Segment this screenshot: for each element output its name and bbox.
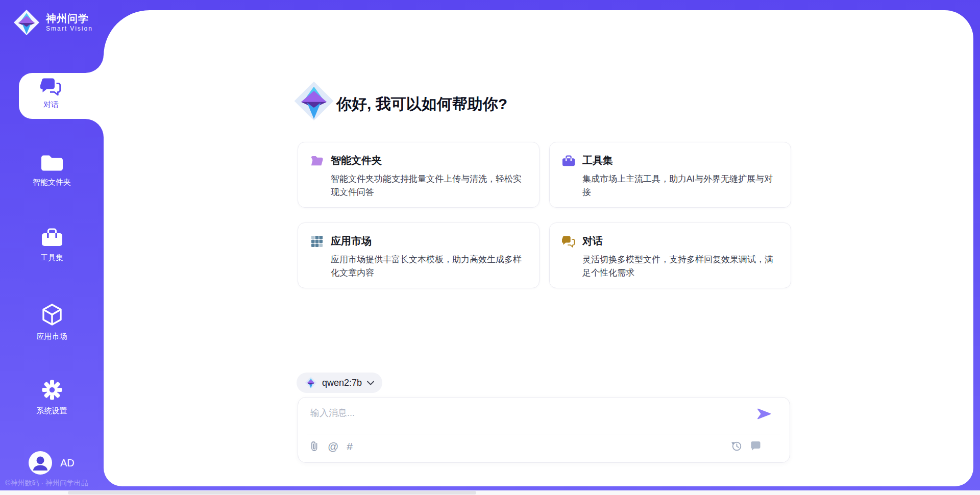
message-input[interactable] — [309, 406, 750, 430]
avatar — [29, 451, 52, 475]
cube-icon — [41, 303, 63, 327]
brand-subtitle: Smart Vision — [46, 26, 93, 32]
card-title: 应用市场 — [331, 234, 372, 248]
sidebar-item-label: 应用市场 — [37, 332, 67, 341]
brand-name: 神州问学 — [46, 13, 93, 24]
composer-tools-left: @ # — [309, 440, 353, 452]
brand-logo: 神州问学 Smart Vision — [13, 9, 93, 36]
feature-cards: 智能文件夹 智能文件夹功能支持批量文件上传与清洗，轻松实现文件问答 工具集 集成… — [298, 142, 791, 288]
user-account[interactable]: AD — [29, 451, 75, 475]
horizontal-scrollbar-thumb[interactable] — [68, 491, 476, 494]
copyright-footer: ©神州数码 · 神州问学出品 — [5, 479, 102, 488]
active-tab-fillet-bottom — [85, 119, 104, 137]
greeting-title: 你好, 我可以如何帮助你? — [336, 94, 507, 115]
diamond-logo-icon — [13, 9, 40, 36]
composer-tools-right — [731, 440, 761, 452]
folder-open-icon — [310, 155, 324, 167]
toolbox-icon — [41, 228, 63, 248]
mention-icon[interactable]: @ — [328, 441, 338, 452]
user-name: AD — [60, 457, 75, 469]
sidebar-item-toolbox[interactable]: 工具集 — [0, 228, 104, 263]
sidebar-item-label: 对话 — [43, 100, 59, 110]
sidebar: 神州问学 Smart Vision 对话 智能文件夹 — [0, 0, 104, 495]
horizontal-scrollbar — [0, 490, 980, 495]
card-title: 工具集 — [582, 154, 613, 167]
sidebar-item-app-market[interactable]: 应用市场 — [0, 303, 104, 341]
composer-divider — [307, 434, 780, 434]
card-toolbox[interactable]: 工具集 集成市场上主流工具，助力AI与外界无缝扩展与对接 — [549, 142, 791, 208]
chat-icon — [40, 77, 62, 97]
comment-icon[interactable] — [750, 441, 761, 451]
chat-icon — [562, 235, 575, 247]
message-composer: @ # — [298, 397, 790, 463]
history-icon[interactable] — [731, 440, 742, 452]
sidebar-item-label: 系统设置 — [37, 406, 67, 416]
main-content-panel: 你好, 我可以如何帮助你? 智能文件夹 智能文件夹功能支持批量文件上传与清洗，轻… — [104, 10, 973, 486]
model-diamond-logo-icon — [305, 377, 317, 389]
toolbox-icon — [562, 155, 575, 167]
card-app-market[interactable]: 应用市场 应用市场提供丰富长文本模板，助力高效生成多样化文章内容 — [298, 222, 540, 288]
chevron-down-icon — [367, 381, 374, 385]
attachment-icon[interactable] — [309, 440, 320, 452]
card-title: 对话 — [582, 234, 603, 248]
card-description: 灵活切换多模型文件，支持多样回复效果调试，满足个性化需求 — [582, 253, 778, 280]
sidebar-item-settings[interactable]: 系统设置 — [0, 379, 104, 416]
app-window: 神州问学 Smart Vision 对话 智能文件夹 — [0, 0, 980, 495]
send-icon[interactable] — [757, 407, 771, 421]
grid-icon — [310, 235, 324, 247]
folder-icon — [40, 153, 64, 172]
sidebar-item-label: 工具集 — [40, 253, 63, 263]
greeting-diamond-logo-icon — [293, 81, 334, 121]
card-description: 集成市场上主流工具，助力AI与外界无缝扩展与对接 — [582, 172, 778, 199]
card-smart-folder[interactable]: 智能文件夹 智能文件夹功能支持批量文件上传与清洗，轻松实现文件问答 — [298, 142, 540, 208]
sidebar-item-label: 智能文件夹 — [33, 178, 71, 187]
card-title: 智能文件夹 — [331, 154, 382, 167]
card-description: 智能文件夹功能支持批量文件上传与清洗，轻松实现文件问答 — [331, 172, 527, 199]
card-chat[interactable]: 对话 灵活切换多模型文件，支持多样回复效果调试，满足个性化需求 — [549, 222, 791, 288]
gear-icon — [41, 379, 63, 401]
sidebar-item-chat[interactable]: 对话 — [19, 73, 104, 119]
active-tab-fillet-top — [85, 55, 104, 73]
model-selector[interactable]: qwen2:7b — [297, 373, 382, 393]
card-description: 应用市场提供丰富长文本模板，助力高效生成多样化文章内容 — [331, 253, 527, 280]
sidebar-item-smart-folder[interactable]: 智能文件夹 — [0, 153, 104, 187]
user-icon — [29, 451, 52, 475]
hashtag-icon[interactable]: # — [347, 441, 353, 452]
model-name: qwen2:7b — [322, 378, 362, 388]
